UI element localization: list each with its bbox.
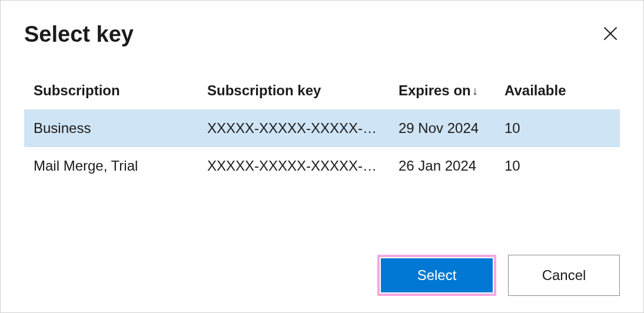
sort-descending-icon: ↓ (472, 84, 478, 97)
cell-key: XXXXX-XXXXX-XXXXX-XXXXX (198, 109, 389, 147)
cell-key: XXXXX-XXXXX-XXXXX-XXXXX (198, 147, 389, 185)
close-button[interactable] (601, 24, 620, 43)
dialog-header: Select key (24, 22, 620, 47)
header-expires-label: Expires on (399, 82, 471, 98)
header-subscription-key[interactable]: Subscription key (198, 76, 389, 109)
close-icon (602, 25, 619, 42)
cell-expires: 29 Nov 2024 (389, 109, 495, 147)
select-button[interactable]: Select (381, 258, 493, 292)
cancel-button[interactable]: Cancel (508, 255, 620, 296)
table-header-row: Subscription Subscription key Expires on… (24, 76, 620, 109)
dialog-footer: Select Cancel (24, 243, 620, 296)
table-row[interactable]: Mail Merge, Trial XXXXX-XXXXX-XXXXX-XXXX… (24, 147, 620, 185)
header-available[interactable]: Available (495, 76, 620, 109)
keys-table: Subscription Subscription key Expires on… (24, 76, 620, 185)
cell-available: 10 (495, 147, 620, 185)
header-subscription[interactable]: Subscription (24, 76, 198, 109)
keys-table-wrap: Subscription Subscription key Expires on… (24, 76, 620, 243)
cell-available: 10 (495, 109, 620, 147)
cell-expires: 26 Jan 2024 (389, 147, 495, 185)
cell-subscription: Business (24, 109, 198, 147)
dialog-title: Select key (24, 22, 134, 47)
select-button-highlight: Select (377, 255, 496, 296)
table-row[interactable]: Business XXXXX-XXXXX-XXXXX-XXXXX 29 Nov … (24, 109, 620, 147)
select-key-dialog: Select key Subscription Subscription key (0, 0, 644, 313)
header-expires-on[interactable]: Expires on↓ (389, 76, 495, 109)
cell-subscription: Mail Merge, Trial (24, 147, 198, 185)
